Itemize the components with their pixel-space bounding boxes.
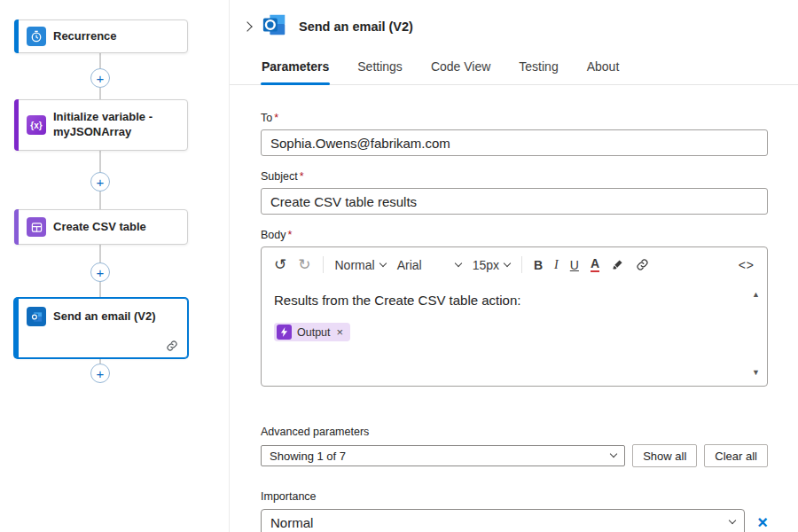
insert-step-button[interactable]: + — [90, 262, 110, 282]
subject-input[interactable] — [261, 188, 768, 215]
rich-text-editor: ↺ ↻ Normal Arial 15px B I U A — [261, 246, 768, 387]
chevron-down-icon — [729, 517, 736, 524]
recurrence-clock-icon — [27, 27, 46, 46]
page-title: Send an email (V2) — [299, 20, 413, 34]
italic-button[interactable]: I — [554, 258, 559, 272]
undo-button[interactable]: ↺ — [274, 257, 286, 272]
tab-code-view[interactable]: Code View — [430, 55, 491, 84]
body-editor-content[interactable]: Results from the Create CSV table action… — [262, 281, 767, 386]
redo-icon: ↻ — [298, 257, 310, 272]
flow-node-label: Recurrence — [53, 29, 117, 44]
importance-section: Importance Normal × — [261, 490, 768, 532]
importance-value: Normal — [270, 515, 313, 530]
dynamic-content-token[interactable]: Output × — [274, 323, 350, 341]
collapse-panel-icon[interactable] — [242, 21, 252, 31]
required-asterisk: * — [300, 170, 304, 183]
required-asterisk: * — [274, 112, 278, 124]
token-label: Output — [297, 326, 331, 339]
flow-node-label: Initialize variable - myJSONArray — [53, 110, 177, 140]
tab-parameters[interactable]: Parameters — [261, 55, 330, 84]
flow-node-create-csv-table[interactable]: Create CSV table — [14, 209, 188, 245]
undo-icon: ↺ — [274, 257, 286, 272]
subject-label-text: Subject — [261, 170, 298, 183]
to-label: To* — [261, 112, 768, 124]
subject-field-group: Subject* — [261, 170, 768, 215]
initialize-variable-icon: {x} — [27, 115, 46, 135]
link-button[interactable] — [636, 258, 649, 271]
chevron-down-icon — [610, 450, 617, 458]
highlighter-icon — [611, 258, 624, 271]
highlight-button[interactable] — [611, 258, 624, 271]
font-color-button[interactable]: A — [591, 257, 599, 272]
token-line: Output × — [274, 323, 742, 341]
redo-button[interactable]: ↻ — [298, 257, 310, 272]
clear-all-button[interactable]: Clear all — [704, 444, 768, 467]
variable-accent-bar — [14, 99, 19, 151]
chevron-down-icon — [504, 259, 511, 266]
insert-step-button[interactable]: + — [90, 68, 110, 88]
advanced-parameters-dropdown[interactable]: Showing 1 of 7 — [261, 445, 625, 466]
toolbar-divider — [521, 256, 522, 273]
insert-step-button[interactable]: + — [90, 364, 110, 383]
dynamic-content-icon — [277, 325, 292, 340]
tab-about[interactable]: About — [586, 55, 621, 84]
scroll-down-arrow[interactable]: ▼ — [752, 368, 760, 377]
outlook-icon — [27, 307, 46, 326]
font-size-dropdown[interactable]: 15px — [473, 258, 510, 272]
to-label-text: To — [261, 112, 272, 124]
toolbar-divider — [323, 256, 324, 273]
outlook-icon — [262, 12, 288, 41]
advanced-dropdown-value: Showing 1 of 7 — [270, 450, 346, 463]
parameters-form: To* Subject* Body* ↺ ↻ Normal Arial — [230, 85, 798, 532]
paragraph-style-value: Normal — [335, 258, 375, 272]
to-input[interactable] — [261, 129, 768, 156]
insert-step-button[interactable]: + — [90, 172, 110, 192]
tab-settings[interactable]: Settings — [356, 55, 403, 84]
advanced-parameters-label: Advanced parameters — [261, 426, 768, 438]
required-asterisk: * — [288, 229, 293, 241]
remove-parameter-icon[interactable]: × — [757, 513, 768, 531]
show-all-button[interactable]: Show all — [632, 444, 697, 467]
font-family-value: Arial — [397, 258, 422, 272]
flow-node-label: Create CSV table — [53, 220, 146, 235]
advanced-parameters-section: Advanced parameters Showing 1 of 7 Show … — [261, 426, 768, 467]
flow-node-send-email[interactable]: Send an email (V2) — [14, 298, 188, 358]
underline-button[interactable]: U — [570, 258, 579, 272]
create-csv-table-icon — [27, 217, 46, 237]
send-email-accent-bar — [14, 298, 19, 358]
panel-tabs: Parameters Settings Code View Testing Ab… — [230, 55, 798, 85]
scroll-up-arrow[interactable]: ▲ — [752, 290, 760, 299]
tab-testing[interactable]: Testing — [518, 55, 559, 84]
body-label-text: Body — [261, 229, 286, 241]
body-text[interactable]: Results from the Create CSV table action… — [274, 293, 742, 308]
action-config-panel: Send an email (V2) Parameters Settings C… — [229, 0, 798, 532]
csv-accent-bar — [14, 209, 19, 245]
font-family-dropdown[interactable]: Arial — [397, 258, 461, 272]
font-size-value: 15px — [473, 258, 499, 272]
body-label: Body* — [261, 229, 768, 241]
flow-node-recurrence[interactable]: Recurrence — [14, 20, 188, 53]
token-remove-icon[interactable]: × — [337, 325, 344, 339]
link-icon — [636, 258, 649, 271]
panel-header: Send an email (V2) — [230, 0, 798, 41]
chevron-down-icon — [454, 259, 461, 266]
code-view-button[interactable]: <> — [739, 258, 755, 272]
to-field-group: To* — [261, 112, 768, 156]
bold-button[interactable]: B — [534, 258, 543, 272]
editor-toolbar: ↺ ↻ Normal Arial 15px B I U A — [262, 247, 767, 281]
subject-label: Subject* — [261, 170, 768, 183]
flow-node-initialize-variable[interactable]: {x} Initialize variable - myJSONArray — [14, 99, 188, 151]
chevron-down-icon — [379, 259, 386, 266]
connection-link-icon[interactable] — [166, 340, 178, 355]
flow-node-label: Send an email (V2) — [53, 309, 156, 325]
importance-label: Importance — [261, 490, 768, 503]
body-field-group: Body* ↺ ↻ Normal Arial 15px B I U A — [261, 229, 768, 387]
recurrence-accent-bar — [14, 20, 19, 53]
paragraph-style-dropdown[interactable]: Normal — [335, 258, 386, 272]
flow-canvas: Recurrence + {x} Initialize variable - m… — [0, 0, 229, 532]
importance-dropdown[interactable]: Normal — [261, 509, 745, 532]
